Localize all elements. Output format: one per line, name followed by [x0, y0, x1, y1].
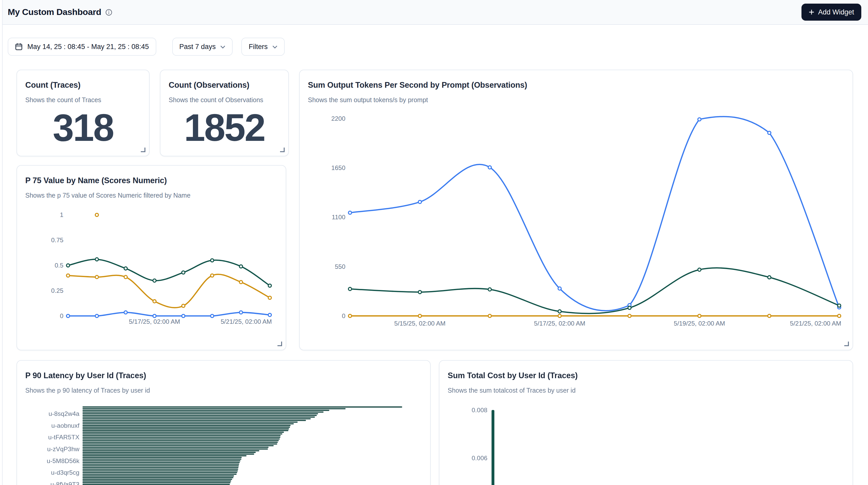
- svg-text:5/19/25, 02:00 AM: 5/19/25, 02:00 AM: [674, 320, 725, 327]
- tokens-line-chart: 05501100165022005/15/25, 02:00 AM5/17/25…: [300, 70, 852, 350]
- page-title: My Custom Dashboard: [8, 7, 101, 17]
- svg-text:5/21/25, 02:00 AM: 5/21/25, 02:00 AM: [221, 318, 272, 325]
- resize-handle-icon[interactable]: [280, 147, 285, 152]
- widget-count-observations: Count (Observations) Shows the count of …: [160, 70, 289, 156]
- widget-p90-latency-chart: P 90 Latency by User Id (Traces) Shows t…: [17, 360, 431, 485]
- resize-handle-icon[interactable]: [140, 147, 146, 152]
- widget-total-cost-chart: Sum Total Cost by User Id (Traces) Shows…: [439, 360, 853, 485]
- svg-text:0.006: 0.006: [472, 455, 487, 461]
- svg-text:u-zVqP3hw: u-zVqP3hw: [47, 446, 80, 453]
- date-preset-value: Past 7 days: [179, 43, 216, 51]
- widget-subtitle: Shows the count of Traces: [25, 96, 141, 104]
- metric-value: 318: [17, 108, 149, 148]
- svg-text:0: 0: [60, 312, 63, 320]
- date-range-picker[interactable]: May 14, 25 : 08:45 - May 21, 25 : 08:45: [8, 38, 156, 56]
- svg-text:u-8fVa9T3: u-8fVa9T3: [50, 481, 80, 485]
- svg-text:1100: 1100: [332, 214, 346, 220]
- widget-title: P 90 Latency by User Id (Traces): [25, 371, 422, 380]
- svg-text:550: 550: [335, 263, 345, 270]
- widget-subtitle: Shows the p 75 value of Scores Numeric f…: [25, 192, 277, 199]
- date-range-value: May 14, 25 : 08:45 - May 21, 25 : 08:45: [27, 43, 149, 51]
- widget-title: Sum Total Cost by User Id (Traces): [448, 371, 844, 380]
- resize-handle-icon[interactable]: [844, 341, 849, 346]
- svg-text:u-d3qr5cg: u-d3qr5cg: [51, 469, 80, 476]
- widget-subtitle: Shows the sum totalcost of Traces by use…: [448, 387, 844, 394]
- widget-subtitle: Shows the sum output tokens/s by prompt: [308, 96, 844, 104]
- svg-text:u-tFAR5TX: u-tFAR5TX: [48, 434, 80, 441]
- chevron-down-icon: [220, 45, 225, 48]
- svg-text:5/15/25, 02:00 AM: 5/15/25, 02:00 AM: [394, 320, 445, 327]
- metric-value: 1852: [160, 108, 288, 148]
- widget-count-traces: Count (Traces) Shows the count of Traces…: [17, 70, 150, 156]
- add-widget-button[interactable]: Add Widget: [802, 4, 861, 21]
- date-preset-dropdown[interactable]: Past 7 days: [172, 38, 232, 56]
- svg-text:u-aobnuxf: u-aobnuxf: [51, 422, 80, 429]
- svg-text:u-5M8D56k: u-5M8D56k: [47, 457, 80, 464]
- page-header: My Custom Dashboard Add Widget: [3, 0, 868, 25]
- widget-subtitle: Shows the count of Observations: [169, 96, 280, 104]
- filters-toolbar: May 14, 25 : 08:45 - May 21, 25 : 08:45 …: [8, 38, 285, 56]
- svg-text:5/21/25, 02:00 AM: 5/21/25, 02:00 AM: [790, 320, 841, 327]
- plus-icon: [809, 9, 814, 15]
- svg-text:2200: 2200: [331, 115, 346, 122]
- widget-title: Sum Output Tokens Per Second by Prompt (…: [308, 81, 844, 90]
- svg-text:5/17/25, 02:00 AM: 5/17/25, 02:00 AM: [129, 318, 180, 325]
- filters-dropdown[interactable]: Filters: [241, 38, 285, 56]
- svg-text:0.25: 0.25: [51, 287, 63, 294]
- resize-handle-icon[interactable]: [277, 341, 282, 346]
- dashboard-page: My Custom Dashboard Add Widget May 14, 2…: [0, 0, 868, 485]
- svg-text:5/17/25, 02:00 AM: 5/17/25, 02:00 AM: [534, 320, 585, 327]
- widget-p75-value-chart: P 75 Value by Name (Scores Numeric) Show…: [17, 165, 286, 350]
- filters-label: Filters: [249, 43, 268, 51]
- svg-text:0.008: 0.008: [472, 406, 487, 414]
- widget-title: P 75 Value by Name (Scores Numeric): [25, 176, 277, 185]
- svg-text:1: 1: [60, 211, 63, 218]
- svg-text:u-8sq2w4a: u-8sq2w4a: [49, 410, 80, 417]
- widget-title: Count (Observations): [169, 81, 280, 90]
- widget-subtitle: Shows the p 90 latency of Traces by user…: [25, 387, 422, 394]
- svg-text:0.75: 0.75: [51, 237, 63, 244]
- add-widget-label: Add Widget: [818, 8, 854, 16]
- sidebar-edge-divider: [2, 0, 3, 485]
- chevron-down-icon: [272, 45, 277, 48]
- svg-text:0.5: 0.5: [55, 262, 63, 269]
- svg-text:0: 0: [342, 312, 346, 320]
- widget-tokens-per-second-chart: Sum Output Tokens Per Second by Prompt (…: [299, 70, 853, 350]
- widget-title: Count (Traces): [25, 81, 141, 90]
- calendar-icon: [15, 43, 23, 51]
- svg-text:1650: 1650: [331, 164, 346, 171]
- info-icon[interactable]: [105, 8, 113, 16]
